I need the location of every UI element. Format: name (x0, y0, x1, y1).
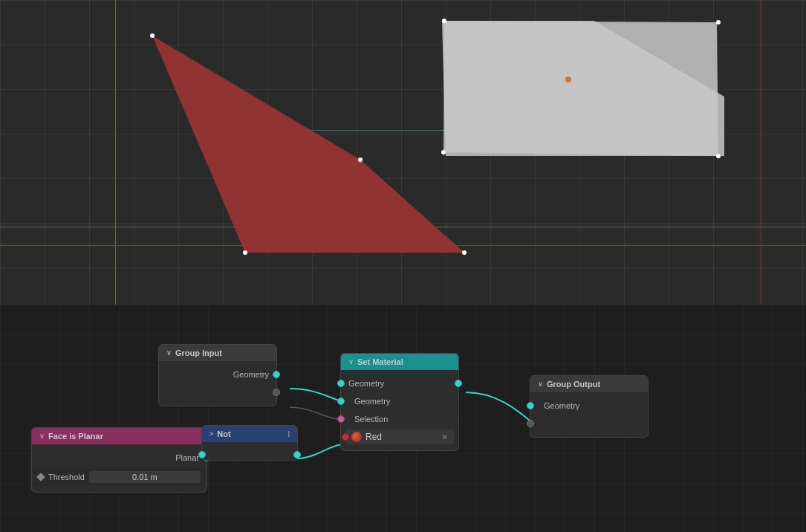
material-row: Red ✕ (345, 429, 454, 444)
node-group-input[interactable]: ∨ Group Input Geometry (158, 344, 277, 406)
svg-marker-1 (442, 21, 724, 156)
axis-green-horizontal (0, 227, 806, 227)
svg-marker-0 (152, 36, 464, 253)
axis-red-horizontal (0, 245, 806, 246)
row-label: Geometry (544, 401, 579, 410)
row-label-planar: Planar (175, 453, 199, 462)
threshold-row: Threshold (33, 468, 205, 486)
threshold-label: Threshold (48, 473, 85, 481)
node-group-output[interactable]: ∨ Group Output Geometry (530, 375, 649, 438)
node-not-header: > Not I (202, 426, 297, 442)
axis-red-vertical (761, 0, 761, 305)
not-indicator: I (287, 430, 290, 438)
origin-dot (565, 77, 571, 82)
socket-selection-in[interactable] (337, 415, 345, 423)
vertex-dot (358, 158, 363, 162)
diamond-icon (36, 473, 45, 481)
red-polygon (0, 0, 806, 305)
row-label-geo2: Geometry (354, 397, 390, 406)
node-group-output-body: Geometry (530, 392, 648, 437)
vertex-dot (441, 150, 446, 155)
socket-geometry-out[interactable] (455, 380, 462, 387)
socket-not-out[interactable] (293, 451, 301, 458)
vertex-dot (462, 250, 467, 255)
chevron-icon: ∨ (166, 349, 172, 357)
node-set-material-header: ∨ Set Material (341, 354, 458, 370)
material-icon (351, 432, 362, 442)
node-face-planar[interactable]: ∨ Face is Planar Planar Threshold (31, 427, 207, 493)
node-title: Face is Planar (48, 432, 103, 441)
node-row-geometry: Geometry (159, 366, 276, 383)
row-label: Geometry (233, 370, 269, 379)
socket-empty-in[interactable] (527, 420, 534, 427)
vertex-dot (243, 250, 247, 255)
vertex-dot (150, 33, 155, 38)
row-label-selection: Selection (354, 415, 388, 424)
chevron-icon: ∨ (538, 380, 543, 388)
axis-cyan-horizontal (223, 130, 706, 131)
node-not-body (202, 442, 297, 460)
svg-marker-3 (443, 21, 718, 156)
socket-geometry-in[interactable] (527, 402, 534, 409)
material-name: Red (365, 432, 382, 442)
socket-geo2-in[interactable] (337, 398, 345, 405)
vertex-dot (716, 154, 721, 158)
node-title: Group Input (175, 348, 222, 357)
node-title: Set Material (357, 357, 403, 366)
socket-geometry-in[interactable] (337, 380, 345, 387)
node-set-material-body: Geometry Geometry Selection Red ✕ (341, 370, 458, 450)
node-group-input-header: ∨ Group Input (159, 345, 276, 361)
vertex-dot (442, 19, 446, 23)
socket-geometry-out[interactable] (273, 371, 280, 378)
socket-empty-out[interactable] (273, 389, 280, 396)
socket-not-in[interactable] (198, 451, 206, 458)
node-group-output-header: ∨ Group Output (530, 376, 648, 392)
chevron-icon: > (209, 430, 213, 438)
socket-material-in[interactable] (342, 433, 349, 441)
chevron-icon: ∨ (348, 358, 354, 366)
node-row-geometry-io: Geometry (341, 374, 458, 392)
node-face-planar-header: ∨ Face is Planar (32, 428, 207, 444)
node-group-input-body: Geometry (159, 361, 276, 406)
node-row-empty (159, 383, 276, 401)
grey-rectangle (0, 0, 806, 305)
node-set-material[interactable]: ∨ Set Material Geometry Geometry Selecti… (340, 353, 459, 451)
chevron-icon: ∨ (39, 432, 45, 440)
close-icon[interactable]: ✕ (441, 432, 448, 442)
threshold-input[interactable] (89, 471, 201, 483)
axis-green-vertical (115, 0, 116, 305)
3d-viewport[interactable] (0, 0, 806, 305)
node-row-planar: Planar (32, 449, 207, 467)
node-editor[interactable]: ∨ Group Input Geometry ∨ Set Material Ge… (0, 305, 806, 532)
node-face-planar-body: Planar Threshold (32, 444, 207, 492)
node-row-geometry: Geometry (530, 397, 648, 415)
node-title: Group Output (547, 380, 600, 389)
node-row-empty (530, 415, 648, 432)
row-label-geo: Geometry (348, 379, 384, 388)
node-row-selection: Selection (341, 410, 458, 428)
node-row-geometry-in: Geometry (341, 392, 458, 410)
node-title: Not (217, 429, 230, 438)
vertex-dot (716, 20, 721, 25)
node-not[interactable]: > Not I (201, 425, 298, 461)
